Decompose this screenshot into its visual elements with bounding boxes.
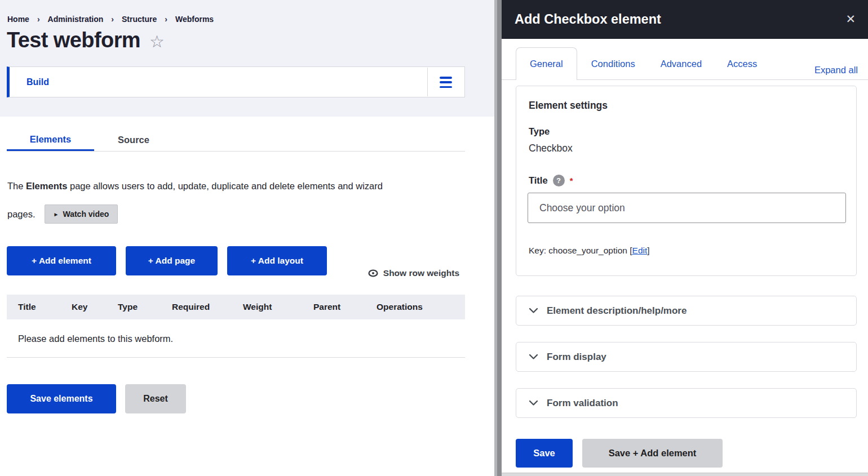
help-icon[interactable]: ? [553,175,565,186]
tab-general[interactable]: General [516,47,577,80]
title-label: Title [529,175,548,186]
hamburger-menu-icon[interactable] [440,77,452,88]
vertical-scrollbar[interactable] [494,0,502,476]
tab-advanced[interactable]: Advanced [661,59,702,69]
dialog-header: Add Checkbox element ✕ [502,0,868,39]
build-bar-divider [427,68,428,96]
breadcrumb-administration[interactable]: Administration [48,15,104,24]
required-asterisk: * [570,176,573,185]
tab-elements[interactable]: Elements [7,129,94,151]
section-label: Form validation [547,398,618,409]
show-row-weights-label: Show row weights [383,268,459,278]
horizontal-scrollbar[interactable] [502,473,868,476]
column-header-key: Key [72,302,118,312]
key-suffix: ] [647,246,649,255]
section-element-description[interactable]: Element description/help/more [516,296,857,326]
breadcrumb-webforms[interactable]: Webforms [175,15,214,24]
dialog-title: Add Checkbox element [515,12,661,27]
column-header-operations: Operations [377,302,465,312]
breadcrumb-separator: › [111,15,114,24]
type-value: Checkbox [529,143,573,154]
elements-table-header: Title Key Type Required Weight Parent Op… [7,295,465,319]
tab-source[interactable]: Source [100,129,167,151]
type-label: Type [529,126,550,137]
favorite-star-icon[interactable]: ☆ [149,32,165,51]
key-edit-link[interactable]: Edit [632,246,648,255]
breadcrumb-home[interactable]: Home [7,15,29,24]
save-elements-button[interactable]: Save elements [7,384,116,413]
dialog-tabs: General Conditions Advanced Access Expan… [502,47,868,80]
add-element-dialog: Add Checkbox element ✕ General Condition… [502,0,868,476]
page-title: Test webform [7,28,140,52]
key-prefix: Key: choose_your_option [ [529,246,632,255]
eye-icon [368,269,378,277]
table-bottom-border [7,357,465,358]
element-settings-card: Element settings Type Checkbox Title ? *… [516,86,857,276]
element-settings-heading: Element settings [529,100,608,112]
intro-text: The Elements page allows users to add, u… [7,172,470,228]
tab-conditions[interactable]: Conditions [591,59,635,69]
intro-line2: pages. [7,209,36,220]
section-label: Form display [547,352,606,363]
chevron-down-icon [529,400,538,406]
add-layout-button[interactable]: + Add layout [227,246,327,275]
title-input[interactable] [528,193,846,223]
section-form-display[interactable]: Form display [516,342,857,372]
column-header-weight: Weight [243,302,313,312]
close-icon[interactable]: ✕ [842,11,859,27]
main-page: Home › Administration › Structure › Webf… [0,0,494,476]
reset-button[interactable]: Reset [125,384,186,413]
watch-video-label: Watch video [63,210,109,219]
breadcrumb: Home › Administration › Structure › Webf… [7,15,214,24]
breadcrumb-separator: › [37,15,40,24]
chevron-down-icon [529,354,538,360]
table-empty-message: Please add elements to this webform. [18,333,173,344]
machine-name-line: Key: choose_your_option [Edit] [529,246,650,256]
column-header-type: Type [118,302,172,312]
watch-video-button[interactable]: ► Watch video [45,204,118,224]
play-icon: ► [54,211,59,217]
screen: Home › Administration › Structure › Webf… [0,0,868,476]
expand-all-link[interactable]: Expand all [814,65,858,75]
build-link[interactable]: Build [26,77,49,87]
column-header-required: Required [172,302,243,312]
section-form-validation[interactable]: Form validation [516,388,857,418]
intro-line1-post: page allows users to add, update, duplic… [67,181,383,192]
section-label: Element description/help/more [547,305,687,317]
save-button[interactable]: Save [516,439,573,468]
show-row-weights-link[interactable]: Show row weights [368,268,459,278]
intro-line1-pre: The [7,181,26,192]
tab-access[interactable]: Access [727,59,757,69]
breadcrumb-separator: › [165,15,167,24]
column-header-parent: Parent [313,302,377,312]
breadcrumb-structure[interactable]: Structure [122,15,157,24]
element-action-buttons: + Add element + Add page + Add layout [7,246,327,275]
add-page-button[interactable]: + Add page [126,246,218,275]
dialog-footer-actions: Save Save + Add element [516,439,723,468]
chevron-down-icon [529,308,538,314]
save-add-element-button[interactable]: Save + Add element [582,439,723,468]
title-field-label-row: Title ? * [529,175,573,186]
intro-line1-bold: Elements [26,181,67,192]
add-element-button[interactable]: + Add element [7,246,116,275]
build-tabs: Elements Source [7,129,465,152]
column-header-title: Title [18,302,72,312]
build-bar: Build [7,66,465,97]
form-footer-actions: Save elements Reset [7,384,186,413]
